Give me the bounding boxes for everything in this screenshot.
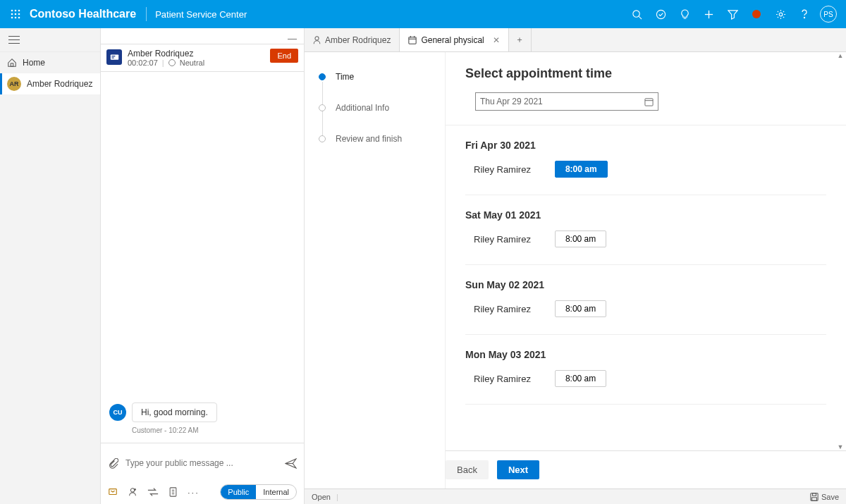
step-time[interactable]: Time — [319, 72, 431, 82]
provider-name: Riley Ramirez — [474, 374, 531, 384]
visibility-internal-button[interactable]: Internal — [256, 485, 296, 499]
date-picker-value: Thu Apr 29 2021 — [480, 97, 543, 106]
close-icon[interactable]: ✕ — [493, 35, 500, 45]
provider-name: Riley Ramirez — [474, 234, 531, 245]
nav-home[interactable]: Home — [0, 52, 100, 73]
day-label: Fri Apr 30 2021 — [465, 140, 826, 151]
svg-rect-34 — [645, 98, 653, 105]
day-block: Fri Apr 30 2021 Riley Ramirez 8:00 am — [465, 140, 826, 195]
time-slot-button[interactable]: 8:00 am — [555, 161, 608, 178]
global-header: Contoso Healthcare Patient Service Cente… — [0, 0, 846, 28]
svg-rect-37 — [812, 493, 816, 495]
home-icon — [7, 58, 17, 68]
save-icon — [810, 493, 819, 501]
svg-point-24 — [135, 489, 136, 491]
step-label: Additional Info — [336, 103, 389, 113]
search-icon[interactable] — [625, 0, 649, 28]
step-label: Review and finish — [336, 134, 402, 144]
tab-strip: Amber Rodriquez General physical ✕ ＋ — [305, 28, 846, 52]
day-label: Sat May 01 2021 — [465, 209, 826, 221]
svg-point-7 — [15, 17, 17, 19]
nav-patient-label: Amber Rodriquez — [27, 79, 92, 89]
send-icon[interactable] — [285, 458, 297, 469]
consult-icon[interactable] — [128, 487, 137, 497]
svg-point-16 — [804, 17, 804, 18]
svg-rect-18 — [110, 54, 118, 59]
customer-avatar-icon: CU — [109, 404, 126, 421]
record-indicator[interactable] — [744, 0, 768, 28]
calendar-icon — [644, 97, 654, 106]
svg-point-4 — [15, 13, 17, 16]
end-session-button[interactable]: End — [270, 49, 298, 63]
filter-icon[interactable] — [721, 0, 744, 28]
svg-point-3 — [11, 13, 13, 16]
date-picker[interactable]: Thu Apr 29 2021 — [475, 92, 658, 111]
lightbulb-icon[interactable] — [673, 0, 697, 28]
step-label: Time — [336, 72, 354, 82]
appointment-title: Select appointment time — [465, 66, 826, 81]
quick-reply-icon[interactable] — [108, 487, 118, 497]
tab-appointment[interactable]: General physical ✕ — [400, 28, 508, 51]
calendar-icon — [408, 36, 417, 44]
back-button[interactable]: Back — [446, 460, 489, 479]
slot-row: Riley Ramirez 8:00 am — [465, 231, 826, 265]
day-block: Sun May 02 2021 Riley Ramirez 8:00 am — [465, 279, 826, 335]
svg-point-2 — [18, 10, 20, 12]
notes-icon[interactable] — [168, 487, 178, 497]
minimize-icon[interactable]: — — [288, 33, 297, 44]
svg-rect-30 — [409, 37, 416, 43]
app-subtitle: Patient Service Center — [155, 9, 247, 20]
app-launcher-icon[interactable] — [6, 9, 25, 19]
step-review[interactable]: Review and finish — [319, 134, 431, 144]
day-block: Sat May 01 2021 Riley Ramirez 8:00 am — [465, 209, 826, 265]
save-button[interactable]: Save — [821, 493, 839, 501]
add-icon[interactable] — [697, 0, 721, 28]
tab-label: Amber Rodriquez — [325, 35, 391, 45]
day-block: Mon May 03 2021 Riley Ramirez 8:00 am — [465, 349, 826, 405]
sentiment-neutral-icon — [168, 59, 176, 66]
attach-icon[interactable] — [108, 458, 118, 469]
chat-session-icon — [106, 49, 122, 65]
wizard-steps: Time Additional Info Review and finish — [305, 52, 446, 488]
tab-patient[interactable]: Amber Rodriquez — [305, 28, 400, 51]
gear-icon[interactable] — [768, 0, 792, 28]
transfer-icon[interactable] — [147, 488, 159, 496]
svg-point-0 — [11, 10, 13, 12]
status-bar: Open | Save — [305, 488, 846, 504]
slot-row: Riley Ramirez 8:00 am — [465, 370, 826, 405]
nav-home-label: Home — [23, 58, 45, 68]
left-nav: Home AR Amber Rodriquez — [0, 28, 101, 504]
svg-point-1 — [15, 10, 17, 12]
tab-add[interactable]: ＋ — [509, 28, 532, 51]
user-avatar[interactable]: PS — [816, 0, 840, 28]
chat-message: Hi, good morning. — [132, 402, 217, 422]
svg-point-8 — [18, 17, 20, 19]
step-additional-info[interactable]: Additional Info — [319, 103, 431, 113]
svg-point-23 — [130, 488, 134, 492]
svg-line-10 — [639, 16, 642, 19]
visibility-public-button[interactable]: Public — [221, 485, 256, 499]
svg-point-11 — [656, 10, 665, 18]
more-icon[interactable]: ··· — [188, 487, 200, 498]
nav-patient[interactable]: AR Amber Rodriquez — [0, 73, 100, 94]
svg-point-15 — [779, 13, 783, 16]
day-label: Sun May 02 2021 — [465, 279, 826, 290]
person-icon — [313, 36, 321, 44]
help-icon[interactable] — [792, 0, 816, 28]
next-button[interactable]: Next — [497, 460, 539, 479]
menu-toggle-icon[interactable] — [8, 36, 20, 44]
tab-label: General physical — [421, 35, 484, 45]
chat-panel: — Amber Rodriquez 00:02:07 | Neutral End… — [101, 28, 305, 504]
compose-input[interactable] — [125, 458, 278, 468]
chat-messages: CU Hi, good morning. Customer - 10:22 AM — [101, 72, 304, 443]
provider-name: Riley Ramirez — [474, 164, 531, 175]
svg-rect-38 — [811, 497, 816, 500]
patient-avatar-icon: AR — [7, 77, 21, 91]
appointment-scroll[interactable]: ▲▼ Select appointment time Thu Apr 29 20… — [446, 52, 846, 450]
time-slot-button[interactable]: 8:00 am — [555, 300, 606, 317]
time-slot-button[interactable]: 8:00 am — [555, 370, 606, 387]
status-open[interactable]: Open — [312, 493, 331, 501]
sentiment-label: Neutral — [180, 59, 204, 67]
task-icon[interactable] — [649, 0, 673, 28]
time-slot-button[interactable]: 8:00 am — [555, 231, 606, 247]
